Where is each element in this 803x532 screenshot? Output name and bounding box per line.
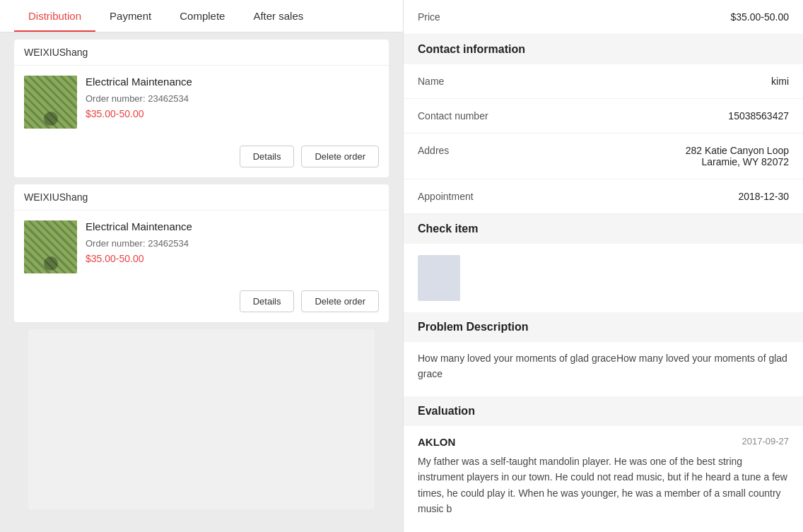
order-number: Order number: 23462534: [86, 238, 379, 249]
price-value: $35.00-50.00: [730, 11, 789, 23]
order-number: Order number: 23462534: [86, 93, 379, 104]
address-value: 282 Katie Canyon Loop Laramie, WY 82072: [686, 145, 789, 167]
problem-text: How many loved your moments of glad grac…: [404, 342, 803, 396]
contact-label: Contact number: [418, 110, 503, 122]
price-label: Price: [418, 11, 503, 23]
order-thumbnail: [24, 76, 77, 129]
order-price: $35.00-50.00: [86, 253, 379, 264]
order-seller: WEIXIUShang: [14, 184, 389, 211]
check-section-header: Check item: [404, 214, 803, 244]
eval-header: AKLON 2017-09-27: [404, 426, 803, 454]
name-row: Name kimi: [404, 64, 803, 99]
contact-row: Contact number 15038563427: [404, 99, 803, 134]
eval-section-header: Evaluation: [404, 396, 803, 426]
order-price: $35.00-50.00: [86, 108, 379, 119]
order-title: Electrical Maintenance: [86, 76, 379, 88]
tab-after-sales[interactable]: After sales: [239, 0, 317, 32]
order-seller: WEIXIUShang: [14, 40, 389, 66]
order-thumbnail: [24, 220, 77, 273]
order-group: WEIXIUShang Electrical Maintenance Order…: [14, 40, 389, 177]
details-button[interactable]: Details: [240, 146, 295, 167]
empty-area: [28, 329, 375, 509]
order-number-value: 23462534: [148, 238, 189, 249]
price-row: Price $35.00-50.00: [404, 0, 803, 35]
eval-date: 2017-09-27: [742, 436, 790, 448]
name-label: Name: [418, 76, 503, 87]
address-row: Addres 282 Katie Canyon Loop Laramie, WY…: [404, 134, 803, 179]
order-item-row: Electrical Maintenance Order number: 234…: [14, 66, 389, 138]
order-title: Electrical Maintenance: [86, 220, 379, 232]
eval-name: AKLON: [418, 436, 455, 448]
order-number-value: 23462534: [148, 93, 189, 104]
details-button[interactable]: Details: [240, 290, 295, 312]
tab-complete[interactable]: Complete: [165, 0, 239, 32]
tabs-bar: Distribution Payment Complete After sale…: [0, 0, 403, 32]
order-number-label: Order number:: [86, 238, 146, 249]
order-actions: Details Delete order: [14, 283, 389, 322]
order-group: WEIXIUShang Electrical Maintenance Order…: [14, 184, 389, 322]
order-item-row: Electrical Maintenance Order number: 234…: [14, 211, 389, 283]
appointment-value: 2018-12-30: [738, 191, 789, 202]
contact-value: 15038563427: [728, 110, 789, 122]
tab-payment[interactable]: Payment: [95, 0, 165, 32]
eval-text: My father was a self-taught mandolin pla…: [404, 454, 803, 528]
appointment-label: Appointment: [418, 191, 503, 202]
delete-order-button[interactable]: Delete order: [301, 290, 379, 312]
problem-section-header: Problem Description: [404, 312, 803, 342]
order-actions: Details Delete order: [14, 138, 389, 177]
right-panel: Price $35.00-50.00 Contact information N…: [403, 0, 803, 532]
order-info: Electrical Maintenance Order number: 234…: [86, 220, 379, 264]
order-info: Electrical Maintenance Order number: 234…: [86, 76, 379, 119]
orders-list: WEIXIUShang Electrical Maintenance Order…: [0, 32, 403, 524]
order-number-label: Order number:: [86, 93, 146, 104]
tab-distribution[interactable]: Distribution: [14, 0, 95, 32]
check-image: [418, 255, 460, 301]
delete-order-button[interactable]: Delete order: [301, 146, 379, 167]
appointment-row: Appointment 2018-12-30: [404, 179, 803, 214]
left-panel: Distribution Payment Complete After sale…: [0, 0, 403, 532]
address-label: Addres: [418, 145, 503, 156]
contact-section-header: Contact information: [404, 35, 803, 64]
name-value: kimi: [771, 76, 789, 87]
